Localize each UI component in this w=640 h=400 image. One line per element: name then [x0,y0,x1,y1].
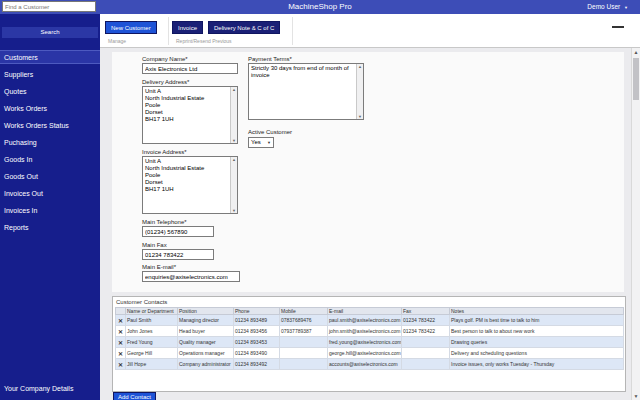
scroll-down-icon[interactable]: ▼ [231,138,237,143]
sidebar-item-goods-in[interactable]: Goods In [0,151,100,168]
main-fax-field[interactable] [142,249,214,260]
manage-group-label: Manage [108,38,126,44]
column-header: Name or Department [126,308,178,315]
scroll-up-icon[interactable]: ▲ [632,49,640,55]
sidebar-item-goods-out[interactable]: Goods Out [0,168,100,185]
contact-email: paul.smith@axiselectronics.com [328,315,402,326]
contact-name: Paul Smith [126,315,178,326]
scroll-up-icon[interactable]: ▲ [231,157,237,162]
app-window: MachineShop Pro Demo User ▼ Search Custo… [0,0,640,400]
toolbar-divider [292,17,293,45]
customer-contacts-panel: Customer Contacts Name or Department Pos… [112,296,626,392]
delivery-address-wrap: Unit A North Industrial Estate Poole Dor… [142,86,238,144]
scroll-down-icon[interactable]: ▼ [632,393,640,399]
table-row: ✕ George Hill Operations manager 01234 8… [116,348,624,359]
user-menu[interactable]: Demo User ▼ [587,0,628,14]
table-row: ✕ Paul Smith Managing director 01234 893… [116,315,624,326]
main-telephone-field[interactable] [142,226,214,237]
column-header: Fax [402,308,450,315]
column-header: Mobile [280,308,328,315]
sidebar-item-reports[interactable]: Reports [0,219,100,236]
invoice-address-field[interactable]: Unit A North Industrial Estate Poole Dor… [142,156,238,214]
contact-fax: 01234 783422 [402,326,450,337]
invoice-button[interactable]: Invoice [172,21,203,34]
contact-phone: 01234 893456 [234,326,280,337]
user-name: Demo User [587,3,620,10]
chevron-down-icon: ▼ [267,138,271,147]
column-header: Position [178,308,234,315]
delete-contact-icon[interactable]: ✕ [116,337,126,348]
delete-contact-icon[interactable]: ✕ [116,359,126,370]
sidebar-item-suppliers[interactable]: Suppliers [0,66,100,83]
payment-terms-wrap: Strictly 30 days from end of month of in… [248,63,364,120]
contact-phone: 01234 893492 [234,359,280,370]
scroll-down-icon[interactable]: ▼ [231,208,237,213]
contact-position: Company administrator [178,359,234,370]
app-title: MachineShop Pro [0,0,640,14]
delivery-address-scrollbar[interactable]: ▲ ▼ [230,87,237,143]
delete-contact-icon[interactable]: ✕ [116,315,126,326]
contact-position: Quality manager [178,337,234,348]
main-fax-label: Main Fax [142,242,167,248]
search-button[interactable]: Search [2,27,98,38]
contact-fax [402,337,450,348]
contact-notes: Invoice issues, only works Tuesday - Thu… [450,359,624,370]
contact-name: John Jones [126,326,178,337]
contact-mobile [280,337,328,348]
new-customer-button[interactable]: New Customer [105,21,157,34]
sidebar-nav: Suppliers Quotes Works Orders Works Orde… [0,66,100,236]
company-name-field[interactable] [142,63,238,74]
column-header: E-mail [328,308,402,315]
scroll-up-icon[interactable]: ▲ [231,87,237,92]
active-customer-value: Yes [251,139,261,145]
contact-position: Managing director [178,315,234,326]
invoice-address-scrollbar[interactable]: ▲ ▼ [230,157,237,213]
sidebar-item-works-orders[interactable]: Works Orders [0,100,100,117]
delete-column-header [116,308,126,315]
contact-notes: Drawing queries [450,337,624,348]
contacts-header-row: Name or Department Position Phone Mobile… [116,308,624,315]
delivery-note-button[interactable]: Delivery Note & C of C [208,21,280,34]
contact-fax [402,348,450,359]
table-row: ✕ Fred Young Quality manager 01234 89345… [116,337,624,348]
contact-email: accounts@axiselectronics.com [328,359,402,370]
vertical-scrollbar[interactable]: ▲ ▼ [631,48,640,400]
contact-fax [402,359,450,370]
main-telephone-label: Main Telephone* [142,219,187,225]
contact-position: Head buyer [178,326,234,337]
contact-email: fred.young@axiselectronics.com [328,337,402,348]
payment-terms-label: Payment Terms* [248,56,292,62]
scroll-up-icon[interactable]: ▲ [357,64,363,69]
active-customer-select[interactable]: Yes ▼ [248,137,274,148]
column-header: Phone [234,308,280,315]
sidebar-item-quotes[interactable]: Quotes [0,83,100,100]
payment-terms-scrollbar[interactable]: ▲ ▼ [356,64,363,119]
sidebar-item-invoices-in[interactable]: Invoices In [0,202,100,219]
sidebar-item-invoices-out[interactable]: Invoices Out [0,185,100,202]
delete-contact-icon[interactable]: ✕ [116,326,126,337]
company-name-label: Company Name* [142,56,188,62]
invoice-address-label: Invoice Address* [142,149,187,155]
scrollbar-thumb[interactable] [633,58,639,100]
main-email-field[interactable] [142,271,240,282]
delivery-address-field[interactable]: Unit A North Industrial Estate Poole Dor… [142,86,238,144]
toolbar: New Customer Invoice Delivery Note & C o… [100,14,640,48]
column-header: Notes [450,308,624,315]
sidebar-item-customers[interactable]: Customers [0,50,100,64]
sidebar-item-works-orders-status[interactable]: Works Orders Status [0,117,100,134]
payment-terms-field[interactable]: Strictly 30 days from end of month of in… [248,63,364,120]
delete-contact-icon[interactable]: ✕ [116,348,126,359]
contact-notes: Delivery and scheduling questions [450,348,624,359]
contacts-table: Name or Department Position Phone Mobile… [115,307,624,370]
overflow-dash-icon [612,26,624,28]
contact-mobile: 07937789387 [280,326,328,337]
scroll-down-icon[interactable]: ▼ [357,114,363,119]
contact-mobile: 07837689476 [280,315,328,326]
search-input[interactable] [2,1,96,12]
customer-form: Company Name* Delivery Address* Unit A N… [112,52,624,292]
contact-notes: Plays golf. PM is best time to talk to h… [450,315,624,326]
sidebar-item-company-details[interactable]: Your Company Details [4,385,73,392]
add-contact-button[interactable]: Add Contact [113,392,156,400]
sidebar-item-purchasing[interactable]: Puchasing [0,134,100,151]
sidebar: Customers Suppliers Quotes Works Orders … [0,14,100,400]
